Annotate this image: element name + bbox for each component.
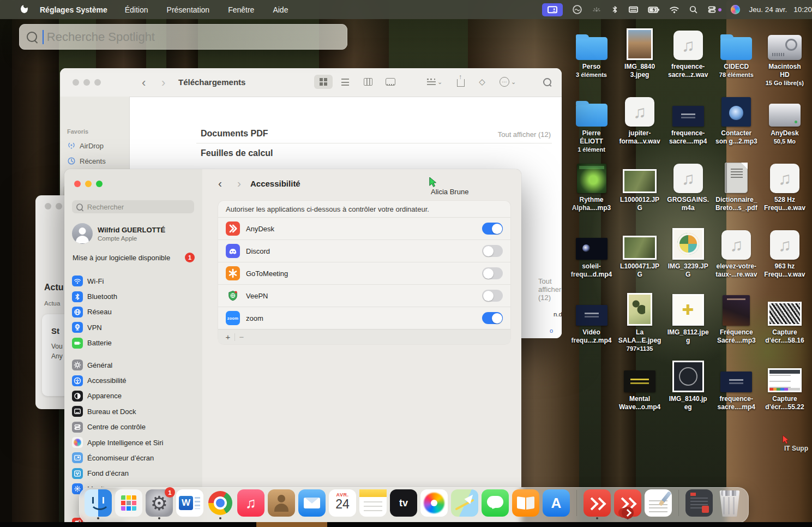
remove-app-button[interactable]: − <box>235 332 248 342</box>
settings-search-field[interactable] <box>72 200 194 213</box>
dock-item-launchpad[interactable] <box>115 489 142 520</box>
spotlight-search[interactable] <box>19 24 347 50</box>
desktop-icon-jupiterformavwav[interactable]: ♫jupiter-forma...v.wav <box>616 95 664 146</box>
menu-item-fentre[interactable]: Fenêtre <box>228 5 254 14</box>
desktop-icon-l1000012jpg[interactable]: L1000012.JPG <box>616 161 664 212</box>
sidebar-item-airdrop[interactable]: AirDrop <box>63 139 126 152</box>
sidebar-item-wifi[interactable]: Wi-Fi <box>68 273 199 289</box>
keyboard-brightness-icon[interactable] <box>592 3 602 16</box>
back-button[interactable]: ‹ <box>218 177 222 190</box>
sidebar-item-gear[interactable]: Général <box>68 357 199 373</box>
desktop-icon-perso[interactable]: Perso3 éléments <box>567 28 616 79</box>
sidebar-item-vpn[interactable]: VPN <box>68 320 199 335</box>
dock-item-books[interactable] <box>512 489 539 520</box>
dock-item-messages[interactable] <box>482 489 509 520</box>
keyboard-viewer-icon[interactable] <box>628 3 639 16</box>
battery-charging-icon[interactable] <box>648 3 660 16</box>
toggle-gotomeeting[interactable] <box>482 267 503 279</box>
menu-item-prsentation[interactable]: Présentation <box>167 5 210 14</box>
siri-icon[interactable] <box>731 3 740 16</box>
toggle-zoom[interactable] <box>482 312 503 324</box>
file-name-fragment-left[interactable]: n.d <box>542 310 562 319</box>
desktop-icon-capturedcr5522[interactable]: Captured’écr....55.22 <box>760 361 809 411</box>
view-gallery-button[interactable] <box>381 75 400 89</box>
zoom-button[interactable] <box>94 79 101 86</box>
search-input[interactable] <box>86 202 190 212</box>
dock-item-notes[interactable] <box>359 489 387 520</box>
settings-traffic-lights[interactable] <box>74 181 103 187</box>
creative-cloud-icon[interactable] <box>572 3 582 16</box>
toggle-veepn[interactable] <box>482 290 503 302</box>
back-button[interactable]: ‹ <box>142 76 146 90</box>
menu-clock[interactable]: Jeu. 24 avr. 10:20 <box>749 5 812 14</box>
desktop-icon-963hzfrequvwav[interactable]: ♫963 hzFrequ...v.wav <box>760 228 809 279</box>
sidebar-item-screensaver[interactable]: Économiseur d’écran <box>68 450 199 465</box>
apple-menu[interactable] <box>21 5 28 15</box>
sidebar-item-appearance[interactable]: Apparence <box>68 388 199 404</box>
spotlight-icon[interactable] <box>689 3 698 16</box>
spotlight-input[interactable] <box>46 29 340 45</box>
desktop-icon-frquencesacrmp3[interactable]: FréquenceSacré....mp3 <box>712 294 761 345</box>
dock-item-music[interactable]: ♫ <box>237 489 264 520</box>
desktop-icon-capturedcr5816[interactable]: Captured’écr....58.16 <box>760 294 809 345</box>
menu-item-aide[interactable]: Aide <box>273 5 288 14</box>
desktop-icon-elevezvotretauxrewav[interactable]: ♫elevez-votre-taux-...re.wav <box>712 228 761 279</box>
minimize-button[interactable] <box>85 181 92 187</box>
show-all-link[interactable]: Tout afficher (12) <box>498 130 551 139</box>
desktop-icon-vidofrequzmp4[interactable]: Vidéofrequ...z.mp4 <box>567 294 616 345</box>
desktop-icon-macintoshhd[interactable]: MacintoshHD15 Go libre(s) <box>760 28 809 87</box>
sidebar-item-battery[interactable]: Batterie <box>68 336 199 351</box>
more-actions-button[interactable]: …⌄ <box>495 75 520 89</box>
sidebar-item-wallpaper[interactable]: Fond d’écran <box>68 466 199 481</box>
dock-item-textedit[interactable] <box>645 489 672 520</box>
desktop-icon-frequencesacremp4[interactable]: frequence-sacre....mp4 <box>664 95 712 146</box>
add-app-button[interactable]: + <box>221 332 234 342</box>
forward-button[interactable]: › <box>161 76 165 90</box>
desktop-icon-cidecd[interactable]: CIDECD78 éléments <box>712 28 761 79</box>
desktop-icon-soleilfrequdmp4[interactable]: soleil-frequ...d.mp4 <box>567 228 616 279</box>
search-button[interactable] <box>538 75 556 89</box>
tag-button[interactable]: ◇ <box>473 75 491 89</box>
view-list-button[interactable] <box>336 75 354 89</box>
toggle-anydesk[interactable] <box>482 223 503 235</box>
close-button[interactable] <box>73 79 79 86</box>
finder-traffic-lights[interactable] <box>73 79 101 86</box>
desktop-icon-img8112jpeg[interactable]: ✚IMG_8112.jpeg <box>664 294 712 345</box>
dock-item-finder[interactable] <box>85 489 112 520</box>
desktop-icon-img3239jpg[interactable]: IMG_3239.JPG <box>664 228 712 279</box>
desktop-icon-img88403jpeg[interactable]: IMG_88403.jpeg <box>616 28 664 79</box>
screen-sharing-icon[interactable] <box>542 3 563 16</box>
dock-item-system-settings[interactable]: 1 <box>146 489 173 520</box>
desktop-icon-mentalwaveomp4[interactable]: MentalWave...o.mp4 <box>616 361 664 411</box>
close-button[interactable] <box>74 181 81 187</box>
view-columns-button[interactable] <box>359 75 377 89</box>
dock-item-trash[interactable] <box>716 489 743 520</box>
dock-item-google-chrome[interactable] <box>207 489 234 520</box>
sidebar-item-desktop-dock[interactable]: Bureau et Dock <box>68 404 199 419</box>
sidebar-item-clock[interactable]: Récents <box>63 154 126 167</box>
app-menu-title[interactable]: Réglages Système <box>40 5 107 14</box>
dock-item-mail[interactable] <box>298 489 326 520</box>
desktop-icon-grosgainsm4a[interactable]: ♫GROSGAINS.m4a <box>664 161 712 212</box>
desktop-icon-lasalaejpeg[interactable]: LaSALA...E.jpeg797×1135 <box>616 294 664 353</box>
close-button[interactable] <box>45 203 51 209</box>
dock-item-contacts[interactable] <box>268 489 295 520</box>
wifi-icon[interactable] <box>669 3 679 16</box>
desktop-icon-contactersong2mp3[interactable]: Contacterson g...2.mp3 <box>712 95 761 146</box>
menu-item-dition[interactable]: Édition <box>125 5 148 14</box>
sidebar-item-bluetooth[interactable]: Bluetooth <box>68 289 199 304</box>
control-center-icon[interactable] <box>707 3 721 16</box>
sidebar-item-globe[interactable]: Réseau <box>68 304 199 320</box>
desktop-icon-img8140jpeg[interactable]: IMG_8140.jpeg <box>664 361 712 411</box>
desktop-icon-frequencesacrezwav[interactable]: ♫frequence-sacre...z.wav <box>664 28 712 79</box>
share-button[interactable] <box>452 75 470 89</box>
bluetooth-icon[interactable] <box>611 3 619 16</box>
sidebar-item-siri[interactable]: Apple Intelligence et Siri <box>68 435 199 450</box>
toggle-discord[interactable] <box>482 245 503 257</box>
dock-item-app-store[interactable]: A <box>543 489 570 520</box>
desktop-icon-rythmealphamp3[interactable]: RythmeAlpha....mp3 <box>567 161 616 212</box>
dock-item-anydesk-alt[interactable] <box>614 489 641 520</box>
dock-item-minimized-window[interactable] <box>685 489 713 520</box>
desktop-icon-dictionnairebretospd[interactable]: Dictionnaire_Breto...s_.pdf <box>712 161 761 212</box>
forward-button[interactable]: › <box>237 177 241 190</box>
